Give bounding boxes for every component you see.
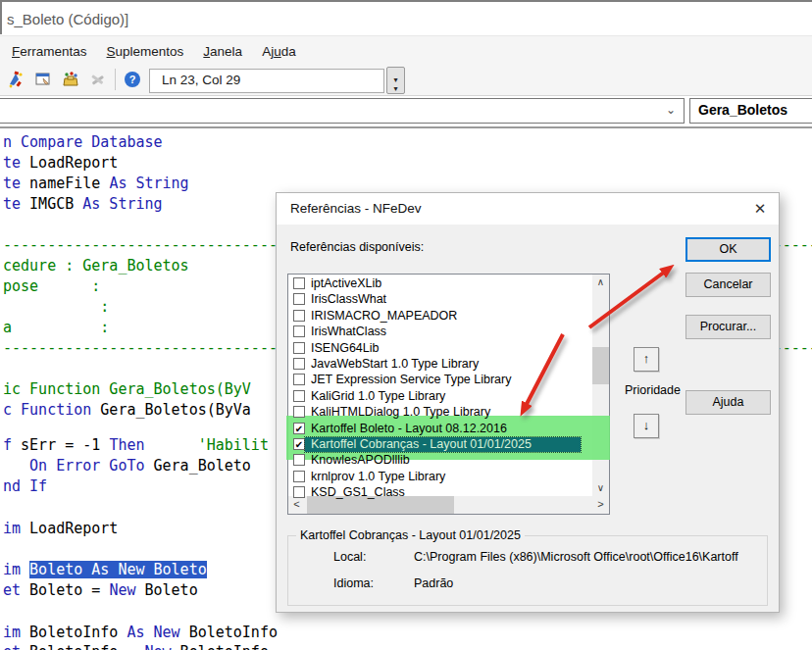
- checkbox-unchecked[interactable]: [293, 390, 305, 402]
- dialog-titlebar[interactable]: Referências - NFeDev ✕: [277, 193, 779, 225]
- code-line[interactable]: nd If: [3, 477, 47, 496]
- reference-label: KSD_GS1_Class: [311, 485, 405, 499]
- code-line[interactable]: cedure : Gera_Boletos: [3, 257, 189, 275]
- references-listbox[interactable]: ∧ ∨ < > iptActiveXLibIrisClassWhatIRISMA…: [287, 274, 610, 515]
- reference-list-item[interactable]: ✔Kartoffel Boleto - Layout 08.12.2016: [290, 422, 590, 437]
- ok-button[interactable]: OK: [685, 237, 771, 262]
- priority-down-button[interactable]: ↓: [634, 414, 659, 438]
- design-mode-icon[interactable]: [2, 67, 29, 92]
- references-dialog: Referências - NFeDev ✕ Referências dispo…: [276, 192, 780, 613]
- checkbox-unchecked[interactable]: [293, 325, 305, 337]
- help-button[interactable]: Ajuda: [685, 390, 771, 415]
- scroll-right-icon[interactable]: >: [592, 496, 609, 514]
- reference-list-item[interactable]: IrisClassWhat: [290, 292, 590, 308]
- reference-list-item[interactable]: KaliHTMLDialog 1.0 Type Library: [290, 405, 590, 421]
- checkbox-unchecked[interactable]: [293, 310, 305, 322]
- reference-list-item[interactable]: JavaWebStart 1.0 Type Library: [290, 357, 590, 373]
- reference-list-item[interactable]: JET Expression Service Type Library: [290, 373, 590, 388]
- checkbox-unchecked[interactable]: [293, 342, 305, 354]
- code-line[interactable]: te nameFile As String: [3, 175, 189, 193]
- code-line[interactable]: et BoletoInfo = New BoletoInfo: [3, 643, 269, 650]
- vba-editor-window: s_Boleto (Código)] FerramentasSuplemento…: [0, 0, 812, 650]
- code-line[interactable]: c Function Gera_Boletos(ByVa: [3, 401, 251, 420]
- menu-item-janela[interactable]: Janela: [193, 41, 252, 63]
- reference-label: krnlprov 1.0 Type Library: [311, 470, 445, 483]
- reference-label: Kartoffel Boleto - Layout 08.12.2016: [311, 422, 507, 435]
- cursor-position-indicator: Ln 23, Col 29: [149, 69, 384, 93]
- local-label: Local:: [333, 550, 366, 564]
- checkbox-unchecked[interactable]: [293, 277, 305, 289]
- priority-up-button[interactable]: ↑: [634, 347, 659, 372]
- menu-item-suplementos[interactable]: Suplementos: [97, 41, 194, 63]
- checkbox-unchecked[interactable]: [293, 358, 305, 370]
- cancel-button[interactable]: Cancelar: [685, 273, 771, 297]
- properties-window-icon[interactable]: [29, 67, 57, 92]
- reference-list-item[interactable]: ISENG64Lib: [290, 341, 590, 357]
- window-left-border: [0, 0, 2, 34]
- language-label: Idioma:: [333, 576, 374, 590]
- dialog-title: Referências - NFeDev: [290, 201, 422, 216]
- reference-list-item[interactable]: ✔Kartoffel Cobranças - Layout 01/01/2025: [290, 437, 590, 453]
- reference-list-item[interactable]: iptActiveXLib: [290, 276, 590, 292]
- reference-list-item[interactable]: IrisWhatClass: [290, 325, 590, 340]
- toolbar: ?: [2, 65, 146, 94]
- checkbox-unchecked[interactable]: [293, 454, 305, 466]
- reference-details-groupbox: Kartoffel Cobranças - Layout 01/01/2025 …: [287, 535, 768, 606]
- toolbar-overflow-control[interactable]: ▾▾: [386, 67, 405, 94]
- tools-disabled-icon[interactable]: [84, 67, 112, 92]
- reference-list-item[interactable]: IRISMACRO_MAPEADOR: [290, 309, 590, 325]
- vertical-scrollbar[interactable]: ∧ ∨: [592, 275, 609, 497]
- chevron-down-icon: ⌄: [666, 103, 676, 117]
- code-window-title: s_Boleto (Código)]: [7, 11, 128, 27]
- browse-button[interactable]: Procurar...: [685, 315, 771, 339]
- checkbox-unchecked[interactable]: [293, 471, 305, 482]
- reference-label: KnowlesAPODlllib: [311, 453, 410, 467]
- reference-label: IrisClassWhat: [311, 292, 386, 306]
- menu-item-ferramentas[interactable]: Ferramentas: [2, 41, 97, 63]
- reference-label: KaliGrid 1.0 Type Library: [311, 389, 445, 403]
- code-line[interactable]: ic Function Gera_Boletos(ByV: [3, 380, 251, 399]
- code-line[interactable]: n Compare Database: [3, 133, 163, 152]
- code-line[interactable]: a :: [3, 319, 109, 337]
- reference-label: KaliHTMLDialog 1.0 Type Library: [311, 405, 490, 419]
- menu-bar: FerramentasSuplementosJanelaAjuda: [2, 41, 306, 63]
- code-line[interactable]: :: [3, 298, 109, 317]
- close-icon[interactable]: ✕: [749, 199, 771, 219]
- local-value: C:\Program Files (x86)\Microsoft Office\…: [414, 550, 765, 564]
- reference-label: ISENG64Lib: [311, 341, 379, 355]
- code-line[interactable]: im Boleto As New Boleto: [3, 561, 207, 579]
- scroll-down-icon[interactable]: ∨: [592, 480, 609, 497]
- reference-list-item[interactable]: krnlprov 1.0 Type Library: [290, 470, 590, 485]
- reference-label: IRISMACRO_MAPEADOR: [311, 309, 457, 323]
- code-line[interactable]: et Boleto = New Boleto: [3, 581, 198, 600]
- checkbox-unchecked[interactable]: [293, 374, 305, 385]
- vertical-scrollbar-thumb[interactable]: [592, 347, 609, 384]
- help-icon[interactable]: ?: [119, 67, 146, 92]
- code-line[interactable]: On Error GoTo Gera_Boleto: [3, 457, 251, 475]
- reference-label: iptActiveXLib: [311, 276, 381, 290]
- scroll-up-icon[interactable]: ∧: [592, 275, 609, 291]
- checkbox-unchecked[interactable]: [293, 486, 305, 498]
- checkbox-unchecked[interactable]: [293, 293, 305, 305]
- code-line[interactable]: im LoadReport: [3, 520, 118, 538]
- toolbar-separator: [115, 69, 116, 90]
- code-line[interactable]: te LoadReport: [3, 154, 118, 173]
- menu-item-ajuda[interactable]: Ajuda: [252, 41, 306, 63]
- toolbox-icon[interactable]: [57, 67, 84, 92]
- code-line[interactable]: pose :: [3, 277, 100, 296]
- reference-list-item[interactable]: KnowlesAPODlllib: [290, 453, 590, 469]
- checkbox-unchecked[interactable]: [293, 406, 305, 418]
- code-line[interactable]: te IMGCB As String: [3, 195, 163, 214]
- procedure-dropdown[interactable]: Gera_Boletos: [689, 98, 812, 124]
- reference-list-item[interactable]: KaliGrid 1.0 Type Library: [290, 389, 590, 405]
- reference-label: JET Expression Service Type Library: [311, 373, 512, 386]
- priority-label: Prioridade: [625, 383, 685, 397]
- language-value: Padrão: [414, 576, 765, 590]
- code-line[interactable]: im BoletoInfo As New BoletoInfo: [3, 624, 278, 642]
- checkbox-checked[interactable]: ✔: [293, 423, 305, 434]
- reference-list-item[interactable]: KSD_GS1_Class: [290, 485, 590, 501]
- code-line[interactable]: f sErr = -1 Then 'Habilit: [3, 436, 269, 455]
- checkbox-checked[interactable]: ✔: [293, 438, 305, 450]
- reference-details-legend: Kartoffel Cobranças - Layout 01/01/2025: [296, 528, 525, 542]
- object-dropdown[interactable]: ⌄: [0, 98, 685, 124]
